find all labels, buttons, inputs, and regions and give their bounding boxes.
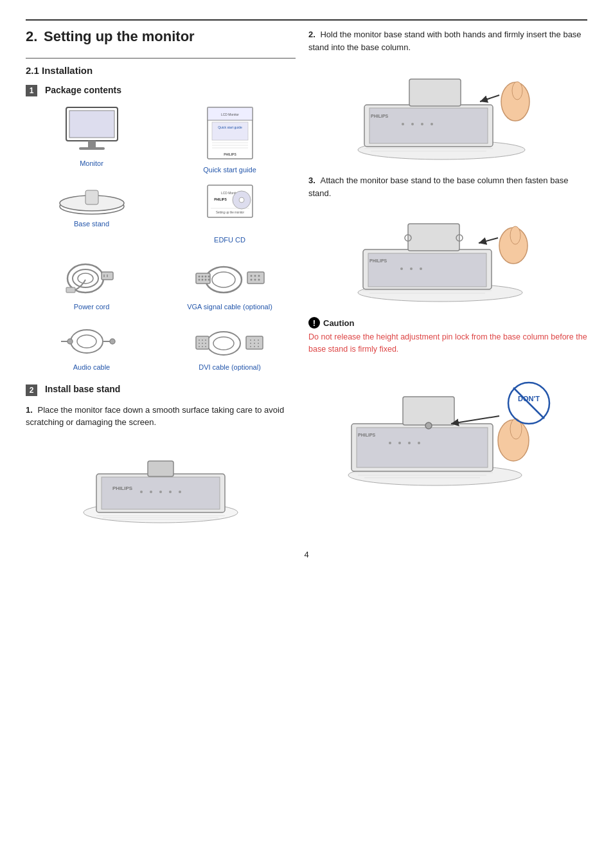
- package-item-base-stand: Base stand: [26, 184, 157, 244]
- svg-line-133: [513, 388, 544, 419]
- sub-section-title: 2.1 Installation: [26, 65, 296, 76]
- svg-rect-3: [79, 147, 105, 150]
- install-base-stand-header: 2 Install base stand: [26, 384, 296, 395]
- svg-rect-41: [247, 272, 264, 284]
- caution-text: Do not release the height adjustment pin…: [308, 331, 587, 356]
- svg-point-62: [205, 343, 206, 344]
- power-cord-label: Power cord: [74, 303, 110, 311]
- svg-text:LCD Monitor: LCD Monitor: [220, 113, 238, 116]
- section-heading: Setting up the monitor: [44, 28, 195, 44]
- svg-point-94: [512, 82, 522, 100]
- svg-rect-32: [196, 273, 210, 284]
- svg-point-38: [201, 279, 203, 281]
- badge-2: 2: [26, 384, 37, 396]
- svg-point-70: [250, 343, 251, 344]
- svg-point-25: [78, 273, 93, 284]
- step-3-text: 3. Attach the monitor base stand to the …: [308, 174, 587, 199]
- package-grid: Monitor LCD Monitor Quick start guide: [26, 104, 296, 371]
- package-item-audio-cable: Audio cable: [26, 321, 157, 371]
- step-1-number: 1.: [26, 405, 33, 415]
- svg-point-126: [408, 442, 411, 444]
- package-item-dvi-cable: DVI cable (optional): [164, 321, 296, 371]
- monitor-label: Monitor: [80, 159, 103, 167]
- dvi-cable-image: [195, 321, 265, 359]
- svg-point-74: [254, 346, 255, 347]
- svg-point-84: [169, 491, 172, 493]
- section-number: 2.: [26, 28, 37, 44]
- svg-point-39: [204, 279, 206, 281]
- base-stand-image: [57, 184, 127, 216]
- svg-point-61: [202, 343, 203, 344]
- svg-rect-1: [69, 111, 114, 138]
- step-3-number: 3.: [308, 176, 315, 185]
- svg-point-47: [258, 279, 260, 281]
- audio-cable-image: [60, 321, 124, 359]
- svg-text:PHILIPS: PHILIPS: [371, 114, 389, 118]
- svg-point-73: [250, 346, 251, 347]
- svg-point-54: [207, 332, 240, 355]
- step-2-illustration: PHILIPS: [308, 60, 587, 163]
- caution-box: ! Caution Do not release the height adju…: [308, 317, 587, 356]
- svg-point-64: [202, 346, 203, 347]
- base-stand-label: Base stand: [74, 220, 109, 228]
- step-3-content: Attach the monitor base stand to the bas…: [308, 176, 568, 198]
- caution-title-text: Caution: [323, 318, 354, 328]
- step-2-number: 2.: [308, 30, 315, 39]
- edfu-cd-image: LCD Monitor PHILIPS Setting up the monit…: [204, 184, 256, 232]
- svg-point-99: [431, 123, 433, 125]
- svg-point-35: [204, 276, 206, 278]
- svg-point-67: [250, 339, 251, 341]
- audio-cable-label: Audio cable: [73, 363, 111, 371]
- step-2-text: 2. Hold the monitor base stand with both…: [308, 28, 587, 53]
- caution-title: ! Caution: [308, 317, 587, 329]
- edfu-cd-label: EDFU CD: [214, 236, 245, 244]
- svg-point-36: [208, 276, 209, 278]
- svg-rect-92: [409, 79, 461, 106]
- page-number: 4: [26, 550, 587, 559]
- svg-text:PHILIPS: PHILIPS: [358, 433, 376, 437]
- sub-divider: [26, 58, 296, 59]
- svg-text:Setting up the monitor: Setting up the monitor: [215, 211, 244, 214]
- step-2-block: 2. Hold the monitor base stand with both…: [308, 28, 587, 163]
- svg-point-31: [212, 272, 235, 287]
- svg-text:PHILIPS: PHILIPS: [112, 485, 133, 491]
- package-item-power-cord: Power cord: [26, 254, 157, 311]
- svg-point-49: [77, 335, 96, 348]
- svg-point-46: [254, 279, 256, 281]
- svg-point-69: [258, 339, 259, 341]
- svg-rect-15: [85, 190, 98, 204]
- svg-point-81: [140, 491, 143, 493]
- svg-point-51: [67, 339, 73, 344]
- svg-text:PHILIPS: PHILIPS: [214, 197, 227, 201]
- svg-text:PHILIPS: PHILIPS: [224, 152, 236, 156]
- svg-point-59: [205, 339, 206, 341]
- svg-point-60: [199, 343, 200, 344]
- svg-point-30: [206, 267, 242, 293]
- package-contents-header: 1 Package contents: [26, 85, 296, 96]
- quickstart-image: LCD Monitor Quick start guide PHILIPS: [204, 104, 256, 162]
- section-title: 2. Setting up the monitor: [26, 28, 296, 45]
- svg-rect-2: [88, 141, 96, 147]
- svg-point-124: [389, 442, 391, 444]
- step-1-text: 1. Place the monitor face down a smooth …: [26, 404, 296, 429]
- package-item-vga-cable: VGA signal cable (optional): [164, 254, 296, 311]
- svg-point-55: [213, 337, 234, 350]
- svg-point-48: [71, 330, 103, 353]
- svg-point-125: [398, 442, 401, 444]
- svg-point-72: [258, 343, 259, 344]
- svg-point-34: [201, 276, 203, 278]
- svg-point-97: [411, 123, 414, 125]
- svg-point-42: [250, 275, 252, 277]
- svg-text:PHILIPS: PHILIPS: [369, 258, 387, 263]
- svg-point-71: [254, 343, 255, 344]
- svg-point-75: [258, 346, 259, 347]
- svg-point-109: [510, 226, 520, 244]
- svg-rect-118: [357, 428, 488, 467]
- svg-point-45: [250, 279, 252, 281]
- svg-point-44: [258, 275, 260, 277]
- svg-point-96: [402, 123, 404, 125]
- svg-point-65: [205, 346, 206, 347]
- power-cord-image: [60, 254, 124, 299]
- dvi-cable-label: DVI cable (optional): [199, 363, 261, 371]
- svg-point-98: [421, 123, 423, 125]
